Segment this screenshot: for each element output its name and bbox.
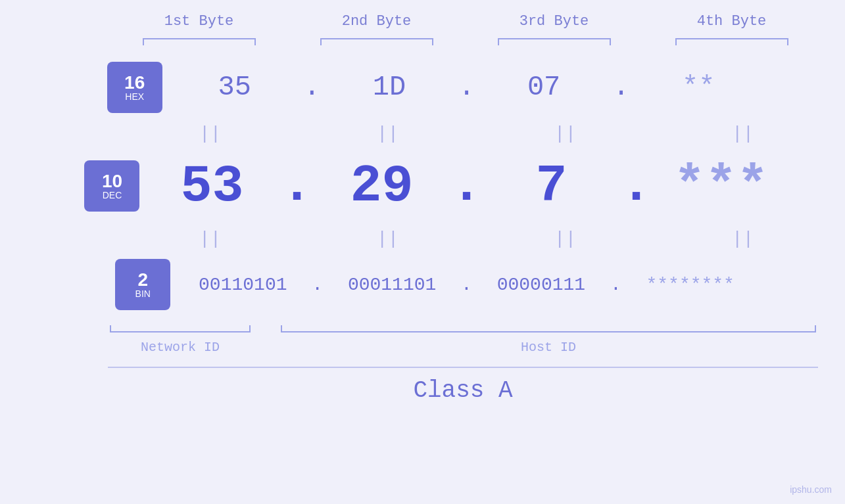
dec-byte3: 7 [486,156,617,216]
class-section: Class A [108,367,818,404]
bracket-cell-3 [489,36,620,48]
hex-dot1: . [304,72,320,103]
dec-dot1: . [281,160,312,212]
hex-badge-label: HEX [125,92,144,101]
bracket-cell-1 [133,36,265,48]
bottom-section: Network ID Host ID Class A [0,324,845,404]
dec-byte1: 53 [146,156,278,216]
eq1-b3: || [500,124,631,144]
bracket-cell-2 [311,36,443,48]
hex-byte1: 35 [169,72,301,103]
class-label: Class A [413,377,512,404]
byte3-header: 3rd Byte [489,13,620,30]
eq1-b2: || [322,124,454,144]
top-bracket-2 [318,36,436,48]
eq1-b1: || [145,124,276,144]
dec-badge: 10 DEC [84,160,139,212]
network-id-label: Network ID [108,340,253,355]
equals-row-2: || || || || [122,225,832,252]
hex-dot3: . [613,72,629,103]
hex-byte3: 07 [478,72,610,103]
hex-values-container: 35 . 1D . 07 . ** [162,72,771,103]
hex-row: 16 HEX 35 . 1D . 07 . ** [74,55,771,120]
bin-values-container: 00110101 . 00011101 . 00000111 . *******… [170,275,762,295]
bracket-gap [253,324,279,337]
top-bracket-4 [673,36,791,48]
bin-dot3: . [610,275,621,295]
dec-badge-label: DEC [103,191,122,200]
host-id-label: Host ID [279,340,818,355]
hex-dot2: . [458,72,475,103]
bin-badge: 2 BIN [115,259,170,310]
eq2-b1: || [145,229,276,249]
network-bottom-bracket [108,324,253,337]
hex-badge: 16 HEX [107,62,162,113]
hex-badge-number: 16 [124,74,145,92]
bin-byte3: 00000111 [475,275,607,295]
bin-dot2: . [461,275,472,295]
bin-byte2: 00011101 [326,275,458,295]
hex-byte2: 1D [324,72,455,103]
dec-dot2: . [450,160,482,212]
eq2-b4: || [677,229,809,249]
dec-byte2: 29 [316,156,447,216]
byte-headers: 1st Byte 2nd Byte 3rd Byte 4th Byte [110,13,821,30]
dec-row: 10 DEC 53 . 29 . 7 . *** [51,147,793,225]
top-bracket-3 [495,36,614,48]
top-bracket-1 [140,36,258,48]
hex-byte4: ** [633,72,764,103]
main-container: 1st Byte 2nd Byte 3rd Byte 4th Byte [0,0,845,504]
dec-values-container: 53 . 29 . 7 . *** [139,156,793,216]
dec-badge-number: 10 [102,172,122,191]
top-brackets-row [110,36,821,48]
bin-byte4: ******** [625,275,756,295]
bin-badge-label: BIN [135,289,151,298]
watermark: ipshu.com [790,484,832,495]
byte1-header: 1st Byte [133,13,265,30]
dec-byte4: *** [656,156,787,216]
equals-row-1: || || || || [122,120,832,147]
bin-row: 2 BIN 00110101 . 00011101 . 00000111 . *… [82,252,762,317]
byte2-header: 2nd Byte [311,13,443,30]
bin-dot1: . [312,275,323,295]
bottom-brackets [108,324,818,337]
bin-byte1: 00110101 [177,275,308,295]
eq2-b2: || [322,229,454,249]
id-labels: Network ID Host ID [108,340,818,355]
eq1-b4: || [677,124,809,144]
bracket-cell-4 [666,36,798,48]
label-gap [253,340,279,355]
host-bottom-bracket [279,324,818,337]
dec-dot3: . [621,160,652,212]
bin-badge-number: 2 [137,271,148,289]
byte4-header: 4th Byte [666,13,798,30]
eq2-b3: || [500,229,631,249]
